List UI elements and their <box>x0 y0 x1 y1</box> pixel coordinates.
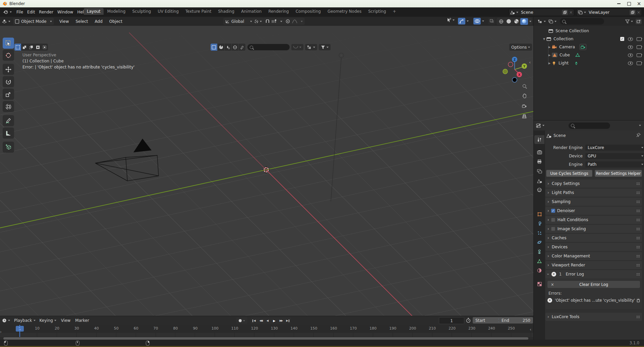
select-mode-subtract[interactable] <box>28 44 35 51</box>
section-halt-conditions[interactable]: ›Halt Conditions <box>545 216 642 224</box>
section-error-log[interactable]: › ✕ 1 Error Log <box>545 270 642 278</box>
select-mode-extend[interactable] <box>21 44 28 51</box>
shading-wireframe-button[interactable] <box>497 18 505 25</box>
jump-to-end-button[interactable]: ▶ <box>284 317 291 324</box>
outliner-search-input[interactable] <box>560 18 604 24</box>
tab-view-layer[interactable] <box>534 167 544 176</box>
error-row[interactable]: ✕ 'Object' object has ...ute 'cycles_vis… <box>547 298 640 303</box>
frame-range-toggle[interactable] <box>466 318 471 323</box>
current-frame-field[interactable]: 1 <box>439 317 464 324</box>
copy-error-button[interactable] <box>636 298 640 303</box>
timeline-track[interactable] <box>0 333 533 337</box>
timeline-menu-marker[interactable]: Marker <box>75 318 89 323</box>
section-color-management[interactable]: ›Color Management <box>545 252 642 260</box>
xray-toggle[interactable] <box>488 18 495 24</box>
outliner-filter-dropdown[interactable] <box>625 19 633 23</box>
filter-world-button[interactable] <box>232 44 238 51</box>
tool-transform[interactable] <box>3 101 14 112</box>
properties-search-input[interactable] <box>569 122 610 129</box>
render-visibility-toggle[interactable] <box>637 45 642 49</box>
tab-uv-editing[interactable]: UV Editing <box>155 8 182 15</box>
tab-compositing[interactable]: Compositing <box>293 8 324 15</box>
render-visibility-toggle[interactable] <box>637 61 642 65</box>
tool-move[interactable] <box>3 64 14 75</box>
section-luxcore-tools[interactable]: ›LuxCore Tools <box>545 313 642 321</box>
pan-view-button[interactable] <box>520 92 528 100</box>
shading-solid-button[interactable] <box>505 18 513 25</box>
add-workspace-button[interactable]: + <box>390 8 399 15</box>
drag-grip-icon[interactable] <box>636 273 640 276</box>
tool-add-cube[interactable] <box>3 142 14 153</box>
properties-options-caret[interactable] <box>639 125 641 126</box>
blender-menu-icon[interactable] <box>3 10 8 14</box>
tab-modifiers[interactable] <box>534 219 544 228</box>
tab-texture[interactable] <box>534 280 544 288</box>
tab-texture-paint[interactable]: Texture Paint <box>182 8 214 15</box>
pivot-point-dropdown[interactable] <box>252 18 264 25</box>
filter-pie-button[interactable] <box>218 44 224 51</box>
tab-sculpting[interactable]: Sculpting <box>129 8 154 15</box>
drag-grip-icon[interactable] <box>636 209 640 212</box>
shading-dropdown-caret[interactable] <box>529 21 531 22</box>
drag-grip-icon[interactable] <box>636 315 640 318</box>
timeline-menu-view[interactable]: View <box>61 318 70 323</box>
pin-icon[interactable] <box>636 133 641 138</box>
drag-grip-icon[interactable] <box>636 191 640 194</box>
render-engine-dropdown[interactable]: LuxCore <box>585 145 644 151</box>
render-visibility-toggle[interactable] <box>637 53 642 57</box>
tab-material[interactable] <box>534 266 544 275</box>
select-mode-intersect[interactable] <box>41 44 48 51</box>
timeline-menu-keying[interactable]: Keying <box>40 318 53 323</box>
scene-selector[interactable]: Scene × <box>509 9 574 16</box>
remove-viewlayer-button[interactable]: × <box>637 10 640 15</box>
overlays-toggle[interactable] <box>473 18 481 24</box>
section-image-scaling[interactable]: ›Image Scaling <box>545 225 642 233</box>
timeline-scrollbar[interactable] <box>3 337 528 340</box>
drag-grip-icon[interactable] <box>636 218 640 221</box>
drag-grip-icon[interactable] <box>636 182 640 185</box>
menu-file[interactable]: File <box>14 10 25 14</box>
hide-eye-toggle[interactable] <box>628 61 633 65</box>
snap-controls[interactable] <box>264 18 284 25</box>
hide-eye-toggle[interactable] <box>628 45 633 49</box>
outliner-row-scene-collection[interactable]: Scene Collection <box>534 27 644 35</box>
tab-modeling[interactable]: Modeling <box>104 8 129 15</box>
new-viewlayer-button[interactable] <box>630 10 636 15</box>
tab-physics[interactable] <box>534 238 544 247</box>
shading-material-button[interactable] <box>513 18 520 25</box>
new-scene-button[interactable] <box>562 10 568 15</box>
tab-geometry-nodes[interactable]: Geometry Nodes <box>325 8 364 15</box>
engine-dropdown[interactable]: Path <box>585 161 644 167</box>
camera-view-button[interactable] <box>520 102 528 110</box>
image-scaling-checkbox[interactable] <box>551 227 555 231</box>
timeline-ruler[interactable]: 1020304050607080901001101201301401501601… <box>0 325 533 333</box>
select-mode-set[interactable] <box>14 44 21 51</box>
menu-edit[interactable]: Edit <box>25 10 37 14</box>
tab-particles[interactable] <box>534 229 544 237</box>
section-devices[interactable]: ›Devices <box>545 243 642 251</box>
scene-name[interactable]: Scene <box>521 10 533 15</box>
viewport-3d[interactable]: Object Mode View Select Add Object Globa… <box>0 17 533 316</box>
expand-caret[interactable]: ▶ <box>548 54 552 57</box>
tool-select-box[interactable] <box>3 38 14 49</box>
end-frame-field[interactable]: End250 <box>499 317 533 324</box>
tab-animation[interactable]: Animation <box>238 8 265 15</box>
filter-brush-button[interactable] <box>239 44 245 51</box>
halt-conditions-checkbox[interactable] <box>551 218 555 222</box>
drag-grip-icon[interactable] <box>636 255 640 258</box>
menu-window[interactable]: Window <box>55 10 75 14</box>
navigation-gizmo[interactable]: Z Y X <box>486 34 533 87</box>
section-caches[interactable]: ›Caches <box>545 234 642 242</box>
expand-caret[interactable]: ▶ <box>548 62 552 65</box>
tab-object[interactable] <box>534 210 544 218</box>
drag-grip-icon[interactable] <box>636 264 640 267</box>
expand-caret[interactable]: ▶ <box>548 46 552 49</box>
denoiser-checkbox[interactable]: ✓ <box>551 209 555 213</box>
next-keyframe-button[interactable]: ▶▶ <box>278 317 284 324</box>
tool-rotate[interactable] <box>3 76 14 87</box>
tab-object-data[interactable] <box>534 257 544 265</box>
tool-scale[interactable] <box>3 89 14 100</box>
close-button[interactable]: × <box>634 0 644 7</box>
outliner-row-light[interactable]: ▶ Light <box>534 59 644 67</box>
properties-breadcrumb[interactable]: Scene <box>546 133 566 138</box>
